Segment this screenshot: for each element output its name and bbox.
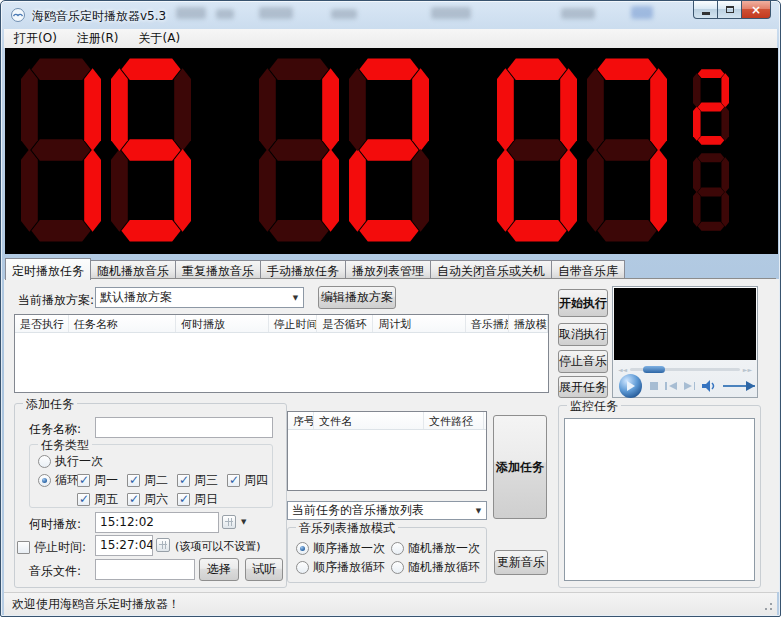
weekday-checkbox-周二[interactable]: 周二 (127, 472, 168, 489)
seek-groove[interactable] (630, 368, 740, 371)
task-type-group-label: 任务类型 (38, 437, 92, 454)
previous-button[interactable] (665, 381, 676, 391)
mode-label: 随机播放一次 (408, 540, 480, 557)
menu-item[interactable]: 注册(R) (67, 28, 129, 49)
monitor-label: 监控任务 (567, 398, 621, 415)
video-area (614, 288, 756, 360)
tab-定时播放任务[interactable]: 定时播放任务 (5, 258, 91, 280)
checkbox-icon (77, 474, 90, 487)
column-header[interactable]: 音乐播放列 (466, 315, 509, 332)
next-button[interactable] (684, 381, 695, 391)
chevron-down-icon: ▼ (288, 294, 303, 302)
menu-item[interactable]: 关于(A) (129, 28, 191, 49)
seven-segment-digit (21, 58, 101, 242)
glass-blur-blob (431, 7, 471, 19)
weekday-checkbox-周四[interactable]: 周四 (227, 472, 268, 489)
column-header[interactable]: 停止时间 (269, 315, 318, 332)
task-table-header: 是否执行任务名称何时播放停止时间是否循环周计划音乐播放列播放模式 (15, 315, 548, 333)
column-header[interactable]: 文件名 (314, 412, 424, 429)
loop-radio[interactable]: 循环 (38, 472, 79, 489)
run-once-radio[interactable]: 执行一次 (38, 453, 103, 470)
column-header[interactable]: 周计划 (373, 315, 466, 332)
mode-radio-顺序播放循环[interactable]: 顺序播放循环 (296, 559, 385, 576)
edit-scheme-button[interactable]: 编辑播放方案 (318, 286, 396, 309)
weekday-checkbox-周五[interactable]: 周五 (77, 491, 118, 508)
monitor-list[interactable] (564, 418, 755, 581)
weekday-checkbox-周日[interactable]: 周日 (177, 491, 218, 508)
chevron-down-icon[interactable]: ▼ (241, 518, 246, 526)
play-button[interactable] (619, 374, 642, 398)
seven-segment-digit (693, 69, 729, 145)
column-header[interactable]: 任务名称 (69, 315, 176, 332)
radio-icon (296, 542, 309, 555)
close-button[interactable]: × (741, 1, 771, 19)
column-header[interactable]: 何时播放 (176, 315, 269, 332)
status-bar: 欢迎使用海鸥音乐定时播放器！ (4, 592, 777, 615)
exec-button-开始执行[interactable]: 开始执行 (558, 289, 608, 317)
column-header[interactable]: 文件路径 (424, 412, 484, 429)
stop-time-checkbox[interactable]: 停止时间: (17, 539, 86, 556)
weekday-label: 周五 (94, 491, 118, 508)
seek-bar[interactable]: ◄◄ ►► (615, 364, 755, 374)
tab-重复播放音乐[interactable]: 重复播放音乐 (175, 260, 261, 278)
weekday-checkbox-周一[interactable]: 周一 (77, 472, 118, 489)
preview-button[interactable]: 试听 (245, 558, 283, 581)
when-play-picker[interactable]: 15:12:02 (95, 512, 219, 533)
radio-icon (296, 561, 309, 574)
clock-digit (497, 58, 577, 242)
weekday-checkbox-周六[interactable]: 周六 (127, 491, 168, 508)
menu-item[interactable]: 打开(O) (4, 28, 67, 49)
tab-自动关闭音乐或关机[interactable]: 自动关闭音乐或关机 (430, 260, 552, 278)
update-music-button[interactable]: 更新音乐 (494, 550, 548, 575)
music-file-label: 音乐文件: (29, 563, 81, 580)
weekday-label: 周三 (194, 472, 218, 489)
task-name-input[interactable] (95, 417, 273, 438)
media-player: ◄◄ ►► (612, 286, 758, 398)
title-bar[interactable]: 海鸥音乐定时播放器v5.3 × (1, 1, 780, 29)
volume-thumb[interactable] (746, 381, 755, 391)
calendar-icon[interactable] (222, 515, 236, 529)
calendar-icon[interactable] (156, 538, 170, 552)
seek-thumb[interactable] (643, 366, 665, 373)
resize-grip[interactable] (761, 599, 774, 612)
tab-自带音乐库[interactable]: 自带音乐库 (551, 260, 625, 278)
task-table[interactable]: 是否执行任务名称何时播放停止时间是否循环周计划音乐播放列播放模式 (14, 314, 549, 393)
music-file-list-header: 序号文件名文件路径 (288, 412, 486, 430)
checkbox-icon (17, 541, 30, 554)
seven-segment-digit (349, 58, 429, 242)
volume-slider[interactable] (723, 381, 755, 391)
current-task-playlist-select[interactable]: 当前任务的音乐播放列表 ▼ (287, 501, 487, 520)
weekday-checkbox-周三[interactable]: 周三 (177, 472, 218, 489)
maximize-button[interactable] (717, 1, 742, 19)
add-task-button[interactable]: 添加任务 (493, 415, 547, 519)
music-file-input[interactable] (95, 559, 195, 580)
mode-radio-随机播放循环[interactable]: 随机播放循环 (391, 559, 480, 576)
exec-button-展开任务[interactable]: 展开任务 (558, 376, 608, 398)
tab-随机播放音乐[interactable]: 随机播放音乐 (90, 260, 176, 278)
tab-手动播放任务[interactable]: 手动播放任务 (260, 260, 346, 278)
stop-time-picker[interactable]: 15:27:04 (95, 535, 153, 556)
column-header[interactable]: 是否执行 (15, 315, 69, 332)
stop-button[interactable] (649, 381, 659, 391)
exec-button-取消执行[interactable]: 取消执行 (558, 323, 608, 346)
current-scheme-select[interactable]: 默认播放方案 ▼ (95, 287, 304, 308)
music-file-list[interactable]: 序号文件名文件路径 (287, 411, 487, 491)
mode-radio-随机播放一次[interactable]: 随机播放一次 (391, 540, 480, 557)
weekday-label: 周日 (194, 491, 218, 508)
mute-button[interactable] (702, 380, 715, 392)
choose-file-button[interactable]: 选择 (199, 558, 239, 581)
monitor-group: 监控任务 (558, 405, 761, 588)
digital-clock (5, 48, 778, 254)
mode-radio-顺序播放一次[interactable]: 顺序播放一次 (296, 540, 385, 557)
weekday-label: 周六 (144, 491, 168, 508)
fast-forward-icon: ►► (740, 366, 755, 373)
exec-button-停止音乐[interactable]: 停止音乐 (558, 350, 608, 373)
minimize-button[interactable] (693, 1, 718, 19)
column-header[interactable]: 是否循环 (317, 315, 373, 332)
tab-播放列表管理[interactable]: 播放列表管理 (345, 260, 431, 278)
seven-segment-digit (693, 153, 729, 231)
minimize-icon (702, 12, 710, 15)
clock-digit (21, 58, 101, 242)
column-header[interactable]: 播放模式 (509, 315, 548, 332)
column-header[interactable]: 序号 (288, 412, 314, 429)
